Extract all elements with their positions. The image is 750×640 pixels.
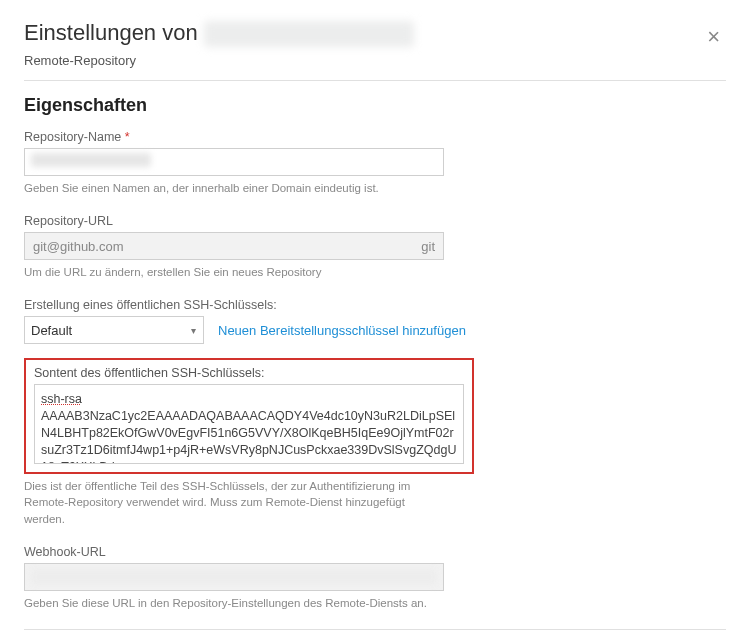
repo-url-input: git@github.com git: [24, 232, 444, 260]
ssh-content-help: Dies ist der öffentliche Teil des SSH-Sc…: [24, 478, 444, 526]
title-redacted: [204, 21, 414, 47]
repo-url-label: Repository-URL: [24, 214, 726, 228]
required-marker: *: [125, 130, 130, 144]
ssh-create-label: Erstellung eines öffentlichen SSH-Schlüs…: [24, 298, 726, 312]
repo-url-left: git@github.com: [33, 239, 124, 254]
title-prefix: Einstellungen von: [24, 20, 198, 45]
ssh-body: AAAAB3NzaC1yc2EAAAADAQABAAACAQDY4Ve4dc10…: [41, 409, 456, 464]
webhook-input[interactable]: [24, 563, 444, 591]
add-deploy-key-link[interactable]: Neuen Bereitstellungsschlüssel hinzufüge…: [218, 323, 466, 338]
repo-name-label: Repository-Name: [24, 130, 121, 144]
repo-name-help: Geben Sie einen Namen an, der innerhalb …: [24, 180, 444, 196]
webhook-redacted-value: [31, 569, 437, 585]
repo-name-redacted-value: [31, 153, 151, 167]
subtitle: Remote-Repository: [24, 53, 726, 68]
webhook-label: Webhook-URL: [24, 545, 726, 559]
ssh-content-highlight: Sontent des öffentlichen SSH-Schlüssels:…: [24, 358, 474, 474]
repo-url-right: git: [421, 239, 435, 254]
webhook-help: Geben Sie diese URL in den Repository-Ei…: [24, 595, 444, 611]
ssh-content-label: Sontent des öffentlichen SSH-Schlüssels:: [34, 366, 464, 380]
divider-bottom: [24, 629, 726, 630]
ssh-prefix: ssh-rsa: [41, 392, 82, 406]
ssh-create-select[interactable]: Default: [24, 316, 204, 344]
page-title: Einstellungen von: [24, 20, 414, 47]
ssh-content-textarea[interactable]: ssh-rsaAAAAB3NzaC1yc2EAAAADAQABAAACAQDY4…: [34, 384, 464, 464]
section-heading: Eigenschaften: [24, 95, 726, 116]
divider: [24, 80, 726, 81]
repo-name-input[interactable]: [24, 148, 444, 176]
repo-url-help: Um die URL zu ändern, erstellen Sie ein …: [24, 264, 444, 280]
close-icon[interactable]: ×: [701, 24, 726, 50]
